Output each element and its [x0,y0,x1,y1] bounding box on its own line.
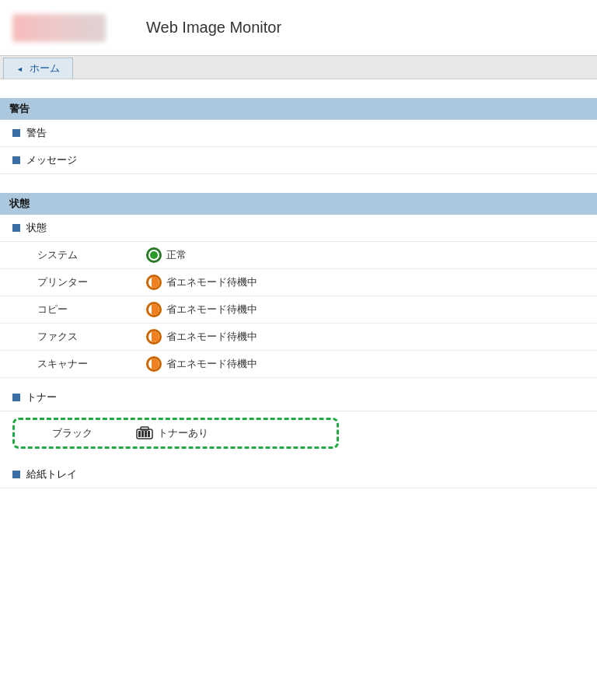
status-row-printer: プリンター 省エネモード待機中 [0,269,597,296]
printer-value: 省エネモード待機中 [146,275,257,290]
system-status-text: 正常 [166,248,187,262]
paper-tray-label: 給紙トレイ [0,461,597,488]
toner-label: トナー [26,390,57,404]
warning-item-2: メッセージ [0,147,597,174]
toner-black-status: トナーあり [158,426,208,440]
scanner-label: スキャナー [37,357,146,371]
system-value: 正常 [146,247,187,263]
status-row-system: システム 正常 [0,242,597,269]
toner-section: ブラック トナーあり [0,411,597,455]
status-row-fax: ファクス 省エネモード待機中 [0,324,597,351]
warning-section-header: 警告 [0,98,597,120]
app-title: Web Image Monitor [146,19,281,37]
toner-dashed-box: ブラック トナーあり [12,418,339,449]
toner-section-label: トナー [0,384,597,411]
svg-rect-4 [148,431,150,437]
scanner-status-text: 省エネモード待機中 [166,357,257,371]
fax-status-text: 省エネモード待機中 [166,330,257,344]
fax-label: ファクス [37,330,146,344]
status-label: 状態 [26,221,47,235]
svg-rect-2 [141,431,144,437]
green-status-icon [146,247,162,263]
toner-black-label: ブラック [27,426,136,440]
status-subsection-label: 状態 [0,215,597,242]
home-tab-label: ホーム [30,62,60,74]
status-section-header: 状態 [0,193,597,215]
warning-item-1: 警告 [0,120,597,147]
toner-cartridge-icon [136,426,153,440]
header: Web Image Monitor [0,0,597,56]
svg-rect-5 [141,427,148,430]
nav-bar: ホーム [0,56,597,79]
logo-area: Web Image Monitor [12,14,585,42]
blue-square-icon-3 [12,224,20,232]
svg-rect-1 [138,431,141,437]
orange-status-icon-copy [146,302,162,317]
orange-status-icon-fax [146,329,162,345]
warning-label-2: メッセージ [26,153,77,167]
system-label: システム [37,248,146,262]
logo-image [12,14,106,42]
copy-label: コピー [37,303,146,317]
orange-status-icon-printer [146,275,162,290]
printer-status-text: 省エネモード待機中 [166,275,257,289]
copy-value: 省エネモード待機中 [146,302,257,317]
home-tab[interactable]: ホーム [3,58,73,79]
warning-label-1: 警告 [26,126,47,140]
svg-rect-3 [145,431,147,437]
blue-square-icon-toner [12,394,20,401]
copy-status-text: 省エネモード待機中 [166,303,257,317]
printer-label: プリンター [37,275,146,289]
status-row-copy: コピー 省エネモード待機中 [0,296,597,324]
blue-square-icon-papertray [12,471,20,478]
orange-status-icon-scanner [146,356,162,372]
paper-tray-text: 給紙トレイ [26,467,77,481]
fax-value: 省エネモード待機中 [146,329,257,345]
toner-black-value: トナーあり [136,426,208,440]
scanner-value: 省エネモード待機中 [146,356,257,372]
blue-square-icon-2 [12,156,20,164]
blue-square-icon [12,129,20,137]
status-row-scanner: スキャナー 省エネモード待機中 [0,351,597,378]
main-content: 警告 警告 メッセージ 状態 状態 システム 正常 プリンター 省エネモード待機… [0,79,597,700]
